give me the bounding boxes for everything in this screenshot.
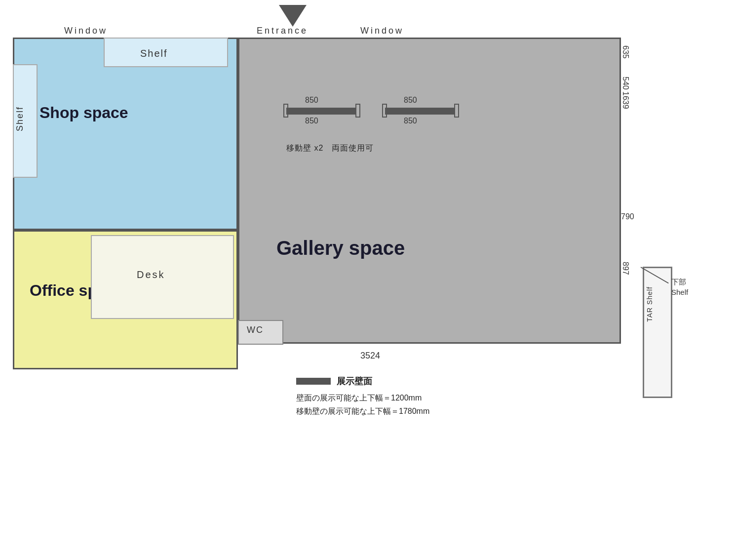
gallery-space-area [238,38,621,344]
shelf-top-label: Shelf [140,48,168,59]
entrance-label: Entrance [257,26,308,36]
measure-1639: 1639 [621,91,630,109]
measure-540: 540 [621,77,630,90]
wall2-label-top: 850 [404,96,417,105]
movable-desc: 移動壁 x2 両面使用可 [286,143,374,154]
gallery-space-label: Gallery space [276,237,405,259]
lower-shelf-line2: Shelf [671,288,688,296]
lower-shelf-label: 下部 Shelf [671,277,688,297]
wall2-label-bottom: 850 [404,117,417,125]
legend-note-2: 移動壁の展示可能な上下幅＝1780mm [296,406,429,417]
measure-635: 635 [621,45,630,59]
legend-area: 展示壁面 壁面の展示可能な上下幅＝1200mm 移動壁の展示可能な上下幅＝178… [296,375,429,417]
window-left-label: Window [64,26,108,36]
lower-shelf-line1: 下部 [671,278,686,286]
measure-897: 897 [621,262,630,275]
wall1-bracket-right [355,104,360,118]
legend-note-1: 壁面の展示可能な上下幅＝1200mm [296,393,429,403]
legend-label: 展示壁面 [337,375,372,387]
window-right-label: Window [360,26,404,36]
entrance-arrow-icon [279,5,307,27]
wall1-label-top: 850 [305,96,318,105]
measure-790: 790 [621,212,634,221]
wc-label: WC [247,325,264,335]
desk-label: Desk [137,269,165,280]
legend-swatch [296,378,331,385]
tar-shelf-label: TAR Shelf [646,286,654,322]
legend-item: 展示壁面 [296,375,429,387]
shelf-left-label: Shelf [15,106,25,131]
wall2-bracket-right [454,104,459,118]
movable-wall-1 [286,108,355,115]
shop-space-label: Shop space [39,104,128,122]
measure-3524: 3524 [360,351,380,361]
floor-plan: Window Entrance Window Shop space Shelf … [0,0,735,560]
wall1-label-bottom: 850 [305,117,318,125]
movable-wall-2 [385,108,454,115]
